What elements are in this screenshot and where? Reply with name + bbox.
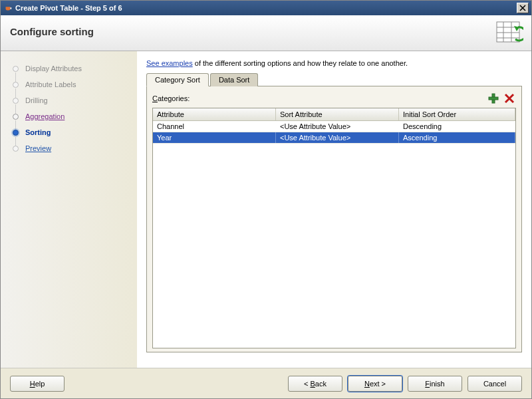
table-row[interactable]: Channel <Use Attribute Value> Descending xyxy=(153,121,515,132)
add-category-button[interactable] xyxy=(487,92,500,105)
see-examples-link[interactable]: See examples xyxy=(146,59,193,67)
table-row[interactable]: Year <Use Attribute Value> Ascending xyxy=(153,132,515,144)
step-sorting: Sorting xyxy=(13,124,130,140)
x-icon xyxy=(504,93,515,104)
help-button[interactable]: Help xyxy=(10,376,65,392)
sort-tabs: Category Sort Data Sort xyxy=(146,72,522,86)
col-attribute[interactable]: Attribute xyxy=(153,108,276,120)
categories-toolbar: Categories: xyxy=(152,92,516,105)
pivot-table-icon xyxy=(495,19,523,47)
step-drilling[interactable]: Drilling xyxy=(13,92,130,108)
next-button[interactable]: Next > xyxy=(348,376,402,392)
svg-rect-8 xyxy=(489,97,498,100)
back-button[interactable]: < Back xyxy=(288,376,342,392)
step-aggregation[interactable]: Aggregation xyxy=(13,108,130,124)
plus-icon xyxy=(488,93,499,104)
close-button[interactable] xyxy=(517,3,529,13)
title-bar: Create Pivot Table - Step 5 of 6 xyxy=(1,1,531,15)
finish-button[interactable]: Finish xyxy=(408,376,462,392)
page-title: Configure sorting xyxy=(10,26,94,37)
categories-grid[interactable]: Attribute Sort Attribute Initial Sort Or… xyxy=(152,108,516,348)
step-attribute-labels[interactable]: Attribute Labels xyxy=(13,76,130,92)
col-sort-attribute[interactable]: Sort Attribute xyxy=(276,108,399,120)
col-initial-sort-order[interactable]: Initial Sort Order xyxy=(399,108,515,120)
tab-data-sort[interactable]: Data Sort xyxy=(210,73,258,86)
content-row: Display Attributes Attribute Labels Dril… xyxy=(1,51,531,368)
grid-header: Attribute Sort Attribute Initial Sort Or… xyxy=(153,108,515,121)
close-icon xyxy=(519,5,526,11)
java-icon xyxy=(3,3,13,13)
cancel-button[interactable]: Cancel xyxy=(467,376,522,392)
wizard-steps-nav: Display Attributes Attribute Labels Dril… xyxy=(1,51,137,368)
main-panel: See examples of the different sorting op… xyxy=(137,51,531,368)
tab-category-sort[interactable]: Category Sort xyxy=(146,73,209,86)
step-display-attributes[interactable]: Display Attributes xyxy=(13,61,130,76)
intro-text: See examples of the different sorting op… xyxy=(146,59,522,67)
wizard-footer: Help < Back Next > Finish Cancel xyxy=(1,368,531,398)
remove-category-button[interactable] xyxy=(503,92,516,105)
tab-body: Categories: Attribute Sort Attribute Ini… xyxy=(146,86,522,352)
categories-label: Categories: xyxy=(152,94,484,102)
step-preview[interactable]: Preview xyxy=(13,140,130,156)
wizard-header: Configure sorting xyxy=(1,15,531,51)
window-title: Create Pivot Table - Step 5 of 6 xyxy=(15,4,517,12)
